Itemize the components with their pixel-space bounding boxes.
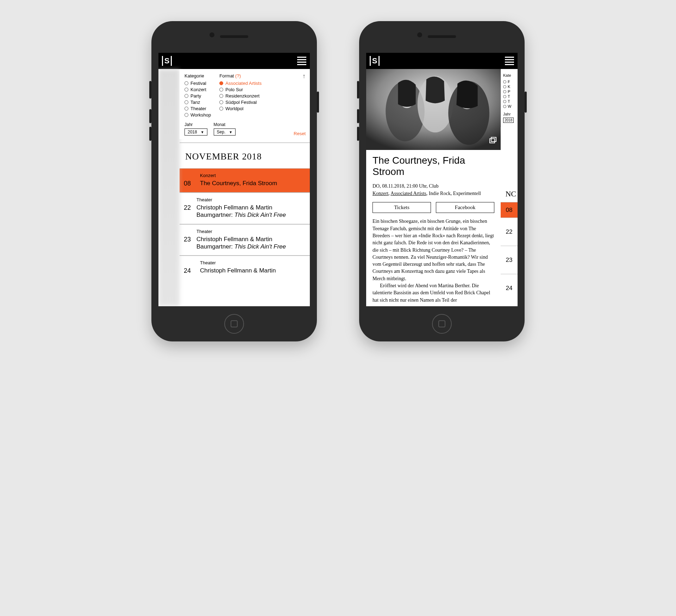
event-title: Christoph Fellmann & Martin Baumgartner:… xyxy=(196,204,306,219)
filter-option-festival[interactable]: Festival xyxy=(184,81,211,86)
event-row[interactable]: 08 Konzert The Courtneys, Frida Stroom xyxy=(180,168,310,193)
filter-option-party[interactable]: Party xyxy=(184,93,211,99)
event-category: Theater xyxy=(196,229,306,234)
format-help-icon[interactable]: (?) xyxy=(235,73,241,78)
phone-home-button xyxy=(432,314,452,334)
filter-option[interactable]: F xyxy=(503,80,515,84)
filter-option-residenzkonzert[interactable]: Residenzkonzert xyxy=(219,93,262,99)
filter-option[interactable]: P xyxy=(503,89,515,94)
event-title: The Courtneys, Frida Stroom xyxy=(373,155,494,177)
phone-side-button xyxy=(149,109,151,123)
event-day-peek[interactable]: 23 xyxy=(501,246,518,274)
filter-option-associated-artists[interactable]: Associated Artists xyxy=(219,81,262,86)
meta-link-konzert[interactable]: Konzert xyxy=(373,191,388,196)
event-day-peek[interactable]: 08 xyxy=(501,202,518,218)
filter-option-polo-sur[interactable]: Polo Sur xyxy=(219,87,262,92)
svg-rect-8 xyxy=(491,137,496,142)
phone-side-button xyxy=(149,81,151,99)
filter-option[interactable]: T xyxy=(503,99,515,103)
tickets-button[interactable]: Tickets xyxy=(373,202,431,213)
phone-mockup-detail: S xyxy=(359,21,525,341)
event-day: 24 xyxy=(184,260,194,275)
event-category: Theater xyxy=(200,260,276,265)
event-meta: DO, 08.11.2018, 21:00 Uhr, Club Konzert,… xyxy=(373,182,494,197)
event-detail: The Courtneys, Frida Stroom DO, 08.11.20… xyxy=(366,150,501,306)
filter-option[interactable]: W xyxy=(503,104,515,108)
phone-home-button xyxy=(224,314,244,334)
filter-kategorie-label: Kategorie xyxy=(184,73,211,78)
phone-side-button xyxy=(317,92,319,113)
year-select-group: Jahr 2018▼ xyxy=(184,122,207,136)
filter-format: Format (?) Associated Artists Polo Sur R… xyxy=(219,73,262,119)
month-select-group: Monat Sep.▼ xyxy=(214,122,236,136)
event-row[interactable]: 22 Theater Christoph Fellmann & Martin B… xyxy=(180,193,310,224)
year-label: Jahr xyxy=(503,112,515,116)
filter-kategorie-label: Kate xyxy=(503,73,515,77)
facebook-button[interactable]: Facebook xyxy=(436,202,494,213)
filter-panel-peek: Kate F K P T T W Jahr 2018 xyxy=(501,69,518,127)
event-body: Konzert The Courtneys, Frida Stroom xyxy=(200,173,277,187)
reset-button[interactable]: Reset xyxy=(294,131,306,136)
filter-option[interactable]: K xyxy=(503,84,515,89)
filter-panel: ↑ Kategorie Festival Konzert Party Tanz … xyxy=(180,69,310,139)
event-title: Christoph Fellmann & Martin Baumgartner:… xyxy=(196,235,306,251)
screen: S xyxy=(366,53,518,306)
month-heading: NOVEMBER 2018 xyxy=(180,143,310,168)
event-hero-image xyxy=(366,69,501,150)
filter-option-konzert[interactable]: Konzert xyxy=(184,87,211,92)
filter-option-tanz[interactable]: Tanz xyxy=(184,100,211,105)
filter-kategorie: Kategorie Festival Konzert Party Tanz Th… xyxy=(184,73,211,119)
meta-link-associated-artists[interactable]: Associated Artists xyxy=(390,191,426,196)
event-day-peek[interactable]: 24 xyxy=(501,274,518,302)
background-blur xyxy=(158,69,180,306)
filter-option-suedpol-festival[interactable]: Südpol Festival xyxy=(219,100,262,105)
app-bar: S xyxy=(158,53,310,69)
event-day: 08 xyxy=(184,173,194,187)
year-label: Jahr xyxy=(184,122,207,127)
phone-side-button xyxy=(525,92,527,113)
svg-rect-7 xyxy=(490,139,495,143)
phone-side-button xyxy=(149,127,151,141)
event-day: 23 xyxy=(184,229,191,251)
event-day: 22 xyxy=(184,197,191,219)
filter-format-label: Format (?) xyxy=(219,73,262,78)
event-category: Theater xyxy=(196,197,306,202)
screen: S ↑ Kategorie Festival Konzert Party Tan… xyxy=(158,53,310,306)
month-select[interactable]: Sep.▼ xyxy=(214,128,236,136)
event-title: The Courtneys, Frida Stroom xyxy=(200,180,277,187)
filter-option-worldpol[interactable]: Worldpol xyxy=(219,106,262,111)
phone-side-button xyxy=(357,109,359,123)
year-select[interactable]: 2018▼ xyxy=(184,128,207,136)
hamburger-menu-icon[interactable] xyxy=(297,57,306,65)
app-bar: S xyxy=(366,53,518,69)
year-select[interactable]: 2018 xyxy=(503,118,514,123)
event-category: Konzert xyxy=(200,173,277,178)
filter-option-theater[interactable]: Theater xyxy=(184,106,211,111)
event-row[interactable]: 23 Theater Christoph Fellmann & Martin B… xyxy=(180,224,310,256)
logo-icon[interactable]: S xyxy=(370,56,380,66)
chevron-down-icon: ▼ xyxy=(229,130,232,134)
phone-side-button xyxy=(357,81,359,99)
filter-option[interactable]: T xyxy=(503,94,515,99)
month-heading-peek: NC xyxy=(505,189,516,199)
chevron-down-icon: ▼ xyxy=(201,130,204,134)
event-title: Christoph Fellmann & Martin xyxy=(200,267,276,274)
collapse-up-icon[interactable]: ↑ xyxy=(302,73,306,80)
event-row[interactable]: 24 Theater Christoph Fellmann & Martin xyxy=(180,256,310,279)
gallery-stack-icon[interactable] xyxy=(489,136,497,146)
event-description: Ein bisschen Shoegaze, ein bisschen Grun… xyxy=(373,218,494,304)
hamburger-menu-icon[interactable] xyxy=(505,57,514,65)
event-day-peek[interactable]: 22 xyxy=(501,218,518,246)
event-list-peek: 08 22 23 24 xyxy=(501,202,518,302)
month-label: Monat xyxy=(214,122,236,127)
phone-side-button xyxy=(357,127,359,141)
logo-icon[interactable]: S xyxy=(162,56,172,66)
phone-mockup-list: S ↑ Kategorie Festival Konzert Party Tan… xyxy=(151,21,317,341)
filter-option-workshop[interactable]: Workshop xyxy=(184,112,211,118)
